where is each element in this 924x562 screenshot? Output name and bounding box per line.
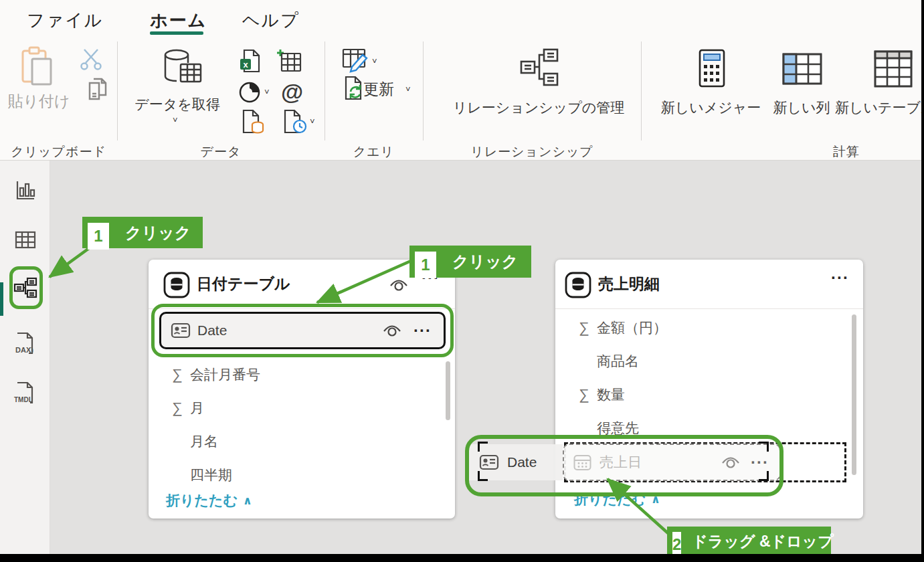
eye-icon[interactable] [388,277,409,293]
sigma-icon: ∑ [571,386,597,403]
transform-chevron-icon[interactable]: ˅ [372,56,377,66]
transform-data-icon[interactable] [341,47,369,75]
dataflows-clock-icon[interactable] [281,108,308,135]
annotation-label: ドラッグ &ドロップ [692,531,833,552]
ribbon-divider [641,41,642,140]
scrollbar-thumb[interactable] [852,314,856,475]
field-row[interactable]: 得意先 [555,413,854,443]
power-platform-icon[interactable] [238,80,262,104]
screenshot-border [921,0,924,562]
scrollbar-thumb[interactable] [446,361,450,420]
collapse-link[interactable]: 折りたたむ [574,490,646,508]
refresh-button[interactable]: 更新 [363,79,394,100]
chevron-up-icon: ∧ [243,494,252,508]
ribbon: ファイル ホーム ヘルプ 貼り付け クリップボード [0,0,924,161]
dataflows-chevron-icon[interactable]: ˅ [310,116,315,126]
cut-icon[interactable] [79,47,103,71]
get-data-button[interactable]: データを取得 [130,95,224,114]
tab-file[interactable]: ファイル [27,9,103,32]
table-title: 売上明細 [598,274,660,294]
paste-icon[interactable] [16,45,59,88]
ribbon-divider [325,41,325,140]
field-label: 数量 [597,385,625,404]
field-row-date-selected[interactable]: Date ··· [159,312,446,349]
get-data-chevron-icon[interactable]: ˅ [173,115,178,125]
drop-target-field-urigebi[interactable]: 売上日 ··· [563,444,781,481]
new-table-icon[interactable] [873,50,913,88]
field-label: 商品名 [597,352,639,371]
get-data-icon[interactable] [161,47,205,91]
step-number-badge: 1 [88,223,109,250]
field-label: 四半期 [190,466,232,484]
sigma-icon: ∑ [165,399,190,417]
dax-query-view-button[interactable]: DAX) [11,329,40,359]
eye-icon [720,454,741,470]
new-column-icon[interactable] [781,52,823,86]
more-options-icon[interactable]: ··· [413,327,432,334]
drag-chip-label: Date [507,454,537,470]
screenshot-border [0,554,924,562]
copy-icon[interactable] [84,76,111,103]
field-row[interactable]: ∑ 数量 [555,380,854,409]
field-label: 金額（円） [597,318,667,337]
field-label: 売上日 [599,453,642,472]
field-label: 月名 [190,432,218,451]
selected-view-indicator [0,282,3,316]
model-view-button[interactable] [11,273,40,302]
field-label: 得意先 [597,419,639,438]
field-row[interactable]: ∑ 金額（円） [555,313,854,343]
calendar-icon [573,454,591,471]
view-rail: DAX) TMDL [0,161,50,557]
field-label: 会計月番号 [190,365,260,384]
paste-button[interactable]: 貼り付け [1,91,76,112]
field-row[interactable]: 商品名 [555,347,854,376]
new-measure-icon[interactable] [696,48,728,90]
collapse-row[interactable]: 折りたたむ ∧ [149,486,446,515]
annotation-step2-drag: 2 ドラッグ &ドロップ [667,527,831,557]
field-row[interactable]: ∑ 月 [149,393,446,423]
tab-help[interactable]: ヘルプ [242,9,300,32]
power-platform-chevron-icon[interactable]: ˅ [264,87,270,97]
field-row[interactable]: ∑ 会計月番号 [149,360,446,389]
focus-corner [759,442,769,452]
annotation-label: クリック [452,251,518,272]
table-card-sales-header: 売上明細 ··· [555,260,863,309]
tab-home[interactable]: ホーム [150,9,207,32]
annotation-step1-field: 1 クリック [409,246,531,278]
eye-icon[interactable] [381,322,403,339]
field-label: 月 [190,399,204,417]
group-label-query: クエリ [325,143,423,161]
ribbon-divider [423,41,424,140]
annotation-step1-sidebar: 1 クリック [82,217,203,248]
field-row[interactable]: 月名 [149,427,446,456]
tmdl-label: TMDL [14,396,33,403]
manage-relationships-button[interactable]: リレーションシップの管理 [442,98,636,117]
step-number-badge: 2 [672,532,681,557]
excel-workbook-icon[interactable]: x [238,48,263,74]
new-table-button[interactable]: 新しいテーブル [835,98,924,117]
table-icon [565,272,591,298]
collapse-row[interactable]: 折りたたむ ∧ [555,484,854,514]
table-title: 日付テーブル [197,274,290,294]
more-options-icon: ··· [751,459,769,466]
refresh-chevron-icon[interactable]: ˅ [405,84,411,94]
table-card-date[interactable]: 日付テーブル ··· ∑ 会計月番号 ∑ 月 月名 四半期 折りたたむ ∧ [149,260,455,519]
date-field-icon [171,322,191,339]
ribbon-divider [117,41,118,140]
field-label: Date [197,322,227,339]
manage-relationships-icon[interactable] [519,47,560,88]
focus-corner [759,471,769,481]
more-options-icon[interactable]: ··· [831,274,849,281]
new-table-source-icon[interactable] [276,47,303,74]
tmdl-view-button[interactable]: TMDL [11,379,40,408]
report-view-button[interactable] [11,175,40,205]
chevron-up-icon: ∧ [651,492,660,506]
table-view-button[interactable] [11,225,40,254]
recent-sources-icon[interactable] [240,108,266,135]
collapse-link[interactable]: 折りたたむ [166,491,238,510]
step-number-badge: 1 [415,252,436,278]
date-field-icon [479,454,499,470]
svg-text:x: x [243,60,248,70]
group-label-clipboard: クリップボード [0,143,117,161]
dataverse-icon[interactable]: @ [281,79,303,105]
